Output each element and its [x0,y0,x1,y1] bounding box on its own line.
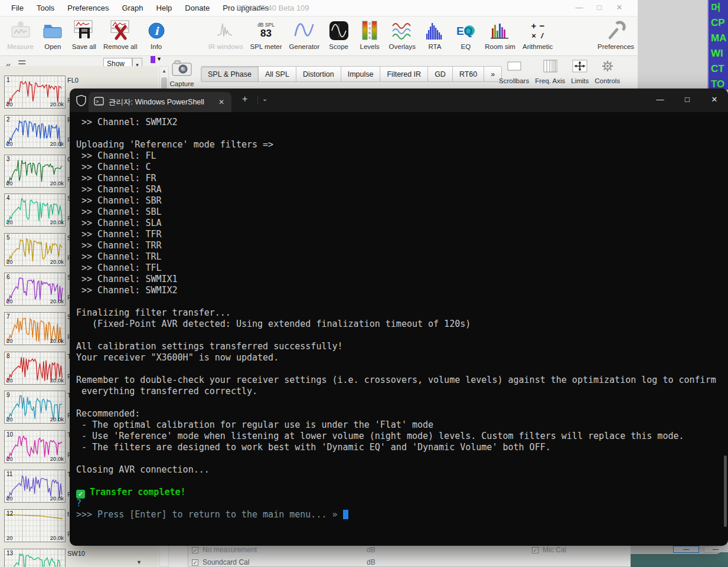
measurement-thumbnail[interactable]: 122020.0k [4,509,66,542]
measurement-thumbnail[interactable]: 92020.0k [4,391,66,424]
svg-text:9: 9 [6,392,10,398]
scroll-up-icon[interactable]: ▲ [160,67,168,74]
measurement-thumbnail[interactable]: 112020.0k [4,470,66,503]
svg-text:20: 20 [6,140,13,147]
checkbox-label: No measurement [203,546,257,554]
measurement-thumbnail[interactable]: 32020.0k [4,155,66,188]
measurement-thumbnail[interactable]: 12020.0k [4,76,66,109]
toolbar-button-spl-meter[interactable]: dB SPL83SPL meter [247,18,286,50]
graph-tab-gd[interactable]: GD [427,66,453,82]
terminal-line: >> Channel: FR [76,173,728,184]
graph-tab-rt60[interactable]: RT60 [452,66,484,82]
measurement-thumbnail[interactable]: 42020.0k [4,194,66,227]
measure-icon [9,18,32,43]
toolbar-button-overlays[interactable]: Overlays [385,18,419,50]
terminal-maximize-button[interactable]: □ [674,89,701,112]
measurement-thumbnail[interactable]: 62020.0k [4,273,66,306]
background-button[interactable]: — [673,546,699,553]
chevron-down-icon[interactable]: ▼ [136,559,142,565]
graph-tab-impulse[interactable]: Impulse [341,66,381,82]
toolbar-button-open[interactable]: Open [37,18,68,50]
toolbar-button-levels[interactable]: 0369Levels [354,18,386,50]
rew-menu-bar: FileToolsPreferencesGraphHelpDonatePro u… [0,0,638,17]
save-all-icon [72,18,96,43]
terminal-scrollbar-thumb[interactable] [724,455,727,527]
toolbar-button-info[interactable]: iInfo [141,18,172,50]
capture-button[interactable]: Capture [168,58,196,87]
toolbar-button-room-sim[interactable]: Room sim [481,18,519,50]
view-button-scrollbars[interactable]: Scrollbars [499,59,529,84]
menu-donate[interactable]: Donate [178,0,216,17]
terminal-line [76,296,728,307]
monitor-line: CP [711,15,728,31]
levels-icon: 0369 [358,18,381,43]
chevron-down-icon[interactable]: ▼ [156,56,162,62]
menu-items: FileToolsPreferencesGraphHelpDonatePro u… [0,0,638,17]
measurement-thumbnail[interactable]: 132020.0k [4,549,66,567]
toolbar-label: Remove all [103,43,138,50]
toolbar-button-remove-all[interactable]: Remove all [100,18,141,50]
measurement-thumbnail[interactable]: 22020.0k [4,115,66,148]
menu-graph[interactable]: Graph [115,0,149,17]
toolbar-button-arithmetic[interactable]: +−×/Arithmetic [519,18,556,50]
toolbar-label: Room sim [485,43,515,50]
measurement-thumbnail[interactable]: 102020.0k [4,430,66,463]
terminal-line: >> Channel: SLA [76,218,728,229]
checkbox-no-measurement[interactable]: ✓No measurement [192,546,257,554]
measurement-thumbnail[interactable]: 82020.0k [4,352,66,385]
view-button-controls[interactable]: Controls [595,59,620,84]
toolbar-button-rta[interactable]: RTA [419,18,450,50]
toolbar-button-generator[interactable]: Generator [286,18,324,50]
measurement-label: t [67,510,69,517]
new-tab-button[interactable]: + [242,94,247,104]
toolbar-button-eq[interactable]: EQEQ [450,18,482,50]
shield-icon [76,94,87,109]
view-button-label: Freq. Axis [535,77,565,84]
terminal-line: Remember to double-check your receiver s… [76,375,728,386]
view-button-limits[interactable]: Limits [571,59,589,84]
svg-text:20: 20 [6,258,13,265]
rew-maximize-button[interactable]: □ [589,0,609,17]
toolbar-button-save-all[interactable]: Save all [68,18,100,50]
rew-minimize-button[interactable]: — [569,0,589,17]
svg-text:EQ: EQ [456,25,472,37]
freq-axis-icon [543,59,558,76]
terminal-line: Your receiver "X3600H" is now updated. [76,352,728,363]
svg-text:20: 20 [6,377,13,384]
graph-tab-all-spl[interactable]: All SPL [258,66,296,82]
toolbar-label: Arithmetic [523,43,553,50]
toolbar-button-preferences[interactable]: Preferences [594,18,638,50]
terminal-line: >> Channel: SWMIX2 [76,117,728,128]
measurement-thumbnail[interactable]: 72020.0k [4,312,66,345]
toolbar-label: Measure [7,43,34,50]
terminal-line [76,453,728,464]
info-icon: i [145,18,168,43]
terminal-title-bar[interactable]: >_ 관리자: Windows PowerShell ✕ + ⌄ — □ ✕ [70,89,728,112]
toolbar-button-scope[interactable]: Scope [323,18,354,50]
checkbox-soundcard-cal[interactable]: ✓Soundcard Cal [192,558,249,566]
terminal-minimize-button[interactable]: — [647,89,674,112]
background-button[interactable]: — [704,546,723,553]
ir-windows-icon [214,18,237,43]
graph-tab-distortion[interactable]: Distortion [296,66,341,82]
view-button-freq-axis[interactable]: Freq. Axis [535,59,565,84]
terminal-line: >> Channel: TRR [76,240,728,251]
close-tab-icon[interactable]: ✕ [217,98,226,106]
trace-color-swatch[interactable] [151,56,155,63]
checkbox-mic-cal[interactable]: ✓Mic Cal [532,546,566,554]
measurement-thumbnail[interactable]: 52020.0k [4,233,66,266]
terminal-close-button[interactable]: ✕ [701,89,728,112]
unit-label: dB [367,558,376,566]
terminal-line: >> Channel: SWMIX1 [76,274,728,285]
terminal-tab[interactable]: >_ 관리자: Windows PowerShell ✕ [89,92,231,112]
tab-dropdown-button[interactable]: ⌄ [262,95,267,103]
menu-tools[interactable]: Tools [30,0,61,17]
menu-file[interactable]: File [5,0,30,17]
menu-preferences[interactable]: Preferences [61,0,115,17]
graph-tab-spl-phase[interactable]: SPL & Phase [201,66,259,82]
menu-help[interactable]: Help [150,0,179,17]
terminal-output[interactable]: >> Channel: SWMIX2Uploading 'Reference' … [70,112,728,546]
graph-tab-filtered-ir[interactable]: Filtered IR [380,66,428,82]
rew-close-button[interactable]: ✕ [609,0,629,17]
scrollbars-icon [507,59,522,76]
